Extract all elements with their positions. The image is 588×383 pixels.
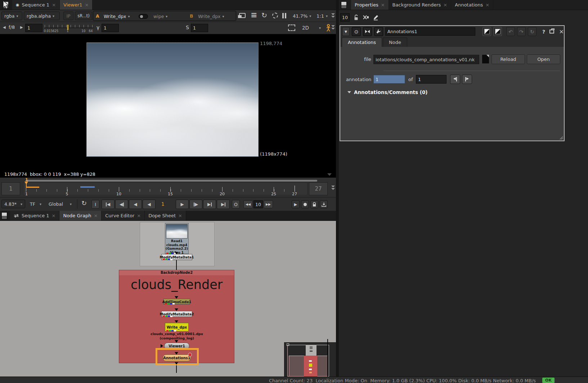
playback-loop-icon[interactable]: ↻ <box>81 199 87 207</box>
tab-node-graph[interactable]: Node Graph × <box>59 211 102 221</box>
annotation-index-input[interactable]: 1 <box>373 75 405 84</box>
nodegraph-minimap[interactable] <box>284 342 336 377</box>
close-icon[interactable]: × <box>94 213 98 218</box>
current-frame-value[interactable]: 1 <box>161 201 165 207</box>
timeline-scrollbar[interactable] <box>26 180 317 182</box>
frame-range-mode-select[interactable]: Global ▾ <box>46 200 74 208</box>
save-render-icon[interactable] <box>320 200 328 208</box>
step-forward-increment-button[interactable]: ▶▶ <box>264 200 273 208</box>
tab-background-renders[interactable]: Background Renders × <box>389 0 452 10</box>
tab-panel-node[interactable]: Node <box>383 37 407 47</box>
b-input-select[interactable]: Write_dpx ▾ <box>196 12 232 21</box>
viewer-process-button[interactable]: sR...t) <box>75 12 92 20</box>
frame-ruler[interactable]: 1 5 10 15 20 25 27 1 <box>23 182 308 195</box>
last-frame-button[interactable]: ▶ <box>217 200 230 209</box>
node-read1[interactable]: Read1 clouds.mp4 (Gamma2.2) Video 1 <box>165 223 189 254</box>
gain-input[interactable]: 1 <box>25 24 42 32</box>
first-frame-button[interactable]: ◀ <box>102 200 115 209</box>
saturation-input[interactable]: 1 <box>191 24 208 32</box>
close-icon[interactable]: × <box>178 213 182 218</box>
node-annotations1[interactable]: Annotations1 <box>163 355 191 361</box>
frame-increment-input[interactable]: 10 <box>253 200 263 208</box>
out-mark-button[interactable]: O <box>232 200 240 209</box>
comments-group-header[interactable]: Annotations/Comments (0) <box>347 89 427 95</box>
tab-dope-sheet[interactable]: Dope Sheet × <box>145 211 186 221</box>
tf-select[interactable]: TF ▾ <box>27 200 44 208</box>
redo-button[interactable]: ↷ <box>517 27 526 36</box>
channels-stripe-icon[interactable]: ≡ <box>251 10 257 19</box>
in-mark-button[interactable]: I <box>91 200 99 209</box>
close-icon[interactable]: × <box>443 2 447 8</box>
a-input-select[interactable]: Write_dpx ▾ <box>101 12 136 21</box>
play-backward-button[interactable]: ◀ <box>143 200 156 209</box>
view-mode-select[interactable]: 2D ▾ <box>300 23 323 32</box>
tab-sequence-1[interactable]: ◉ Sequence 1 × <box>12 0 60 10</box>
wipe-toggle[interactable] <box>139 14 148 19</box>
close-icon[interactable]: × <box>381 2 385 8</box>
collapse-toolbar-icon[interactable] <box>331 13 335 18</box>
node-name-input[interactable]: Annotations1 <box>385 27 475 36</box>
backdrop-header[interactable]: BackdropNode2 <box>119 270 234 275</box>
wipe-mode-select[interactable]: wipe ▾ <box>151 12 187 21</box>
center-node-button[interactable]: ⊙ <box>352 27 361 36</box>
node-write-dpx[interactable]: Write_dpx <box>165 323 189 331</box>
collapse-adjust-icon[interactable] <box>331 25 335 30</box>
nodegraph-canvas[interactable]: Read1 clouds.mp4 (Gamma2.2) Video 1 Modi… <box>0 221 336 377</box>
max-panels-input[interactable]: 10 <box>340 13 350 22</box>
prev-keyframe-button[interactable]: ◀ <box>115 200 128 209</box>
layer-select[interactable]: rgba ▾ <box>1 12 22 20</box>
clear-panels-icon[interactable] <box>363 14 369 20</box>
file-browse-icon[interactable] <box>482 55 489 63</box>
next-fstop-icon[interactable]: ▶ <box>20 25 23 29</box>
gamma-input[interactable]: 1 <box>102 24 119 32</box>
annotation-count-input[interactable]: 1 <box>416 75 446 84</box>
reload-button[interactable]: Reload <box>492 54 525 64</box>
collapse-timeline-icon[interactable] <box>331 186 335 190</box>
node-settings-button[interactable] <box>374 27 383 36</box>
next-annotation-button[interactable] <box>462 75 472 84</box>
step-back-increment-button[interactable]: ◀◀ <box>243 200 253 208</box>
viewer-canvas[interactable]: 1198,774 (1198x774) <box>0 34 336 171</box>
play-forward-button[interactable]: ▶ <box>176 200 189 209</box>
sample-person-icon[interactable] <box>325 24 332 32</box>
marquee-select-icon[interactable] <box>288 25 295 31</box>
range-start-box[interactable]: 1 <box>1 182 20 195</box>
panel-collapse-button[interactable]: ▼ <box>342 27 350 36</box>
node-addtimecode1[interactable]: AddTimeCode1 <box>163 299 190 304</box>
prev-fstop-icon[interactable]: ◀ <box>3 25 6 29</box>
tab-properties[interactable]: Properties × <box>351 0 389 10</box>
snapshot-icon[interactable] <box>301 200 309 208</box>
roi-icon[interactable] <box>272 13 278 18</box>
next-keyframe-button[interactable]: ▶ <box>203 200 216 209</box>
revert-button[interactable]: ↻ <box>528 27 537 36</box>
info-expand-icon[interactable] <box>327 173 332 176</box>
undo-button[interactable]: ↶ <box>506 27 515 36</box>
tab-sequence-1[interactable]: Sequence 1 × <box>10 211 59 221</box>
proxy-select[interactable]: 1:1 ▾ <box>314 12 330 20</box>
range-end-box[interactable]: 27 <box>309 182 328 195</box>
close-icon[interactable]: × <box>137 213 141 218</box>
tab-viewer1[interactable]: Viewer1 × <box>60 0 93 10</box>
panel-color-swatch-button[interactable] <box>493 27 502 36</box>
node-modifymetadata1[interactable]: ModifyMetaData1 <box>161 254 192 260</box>
open-button[interactable]: Open <box>527 54 560 64</box>
close-icon[interactable]: × <box>485 2 489 8</box>
tab-annotations[interactable]: Annotations × <box>451 0 493 10</box>
node-modifymetadata2[interactable]: ModifyMetaData2 <box>161 311 192 317</box>
tab-curve-editor[interactable]: Curve Editor × <box>102 211 145 221</box>
pause-icon[interactable] <box>282 13 286 18</box>
panel-resize-grip[interactable] <box>559 135 563 140</box>
close-icon[interactable]: × <box>85 2 89 8</box>
node-connections-button[interactable] <box>363 27 372 36</box>
prev-annotation-button[interactable] <box>450 75 460 84</box>
close-icon[interactable]: × <box>52 2 56 8</box>
step-back-button[interactable]: ◀ <box>129 200 142 209</box>
node-color-swatch-button[interactable] <box>482 27 491 36</box>
step-forward-button[interactable]: ▶ <box>189 200 202 209</box>
update-sync-icon[interactable]: ↻ <box>261 11 267 19</box>
float-panel-icon[interactable] <box>549 30 554 34</box>
zoom-level-select[interactable]: 41.7% ▾ <box>290 12 314 20</box>
pane-menu-icon[interactable] <box>1 212 7 219</box>
close-icon[interactable]: × <box>52 213 56 218</box>
lock-icon[interactable] <box>310 200 318 208</box>
